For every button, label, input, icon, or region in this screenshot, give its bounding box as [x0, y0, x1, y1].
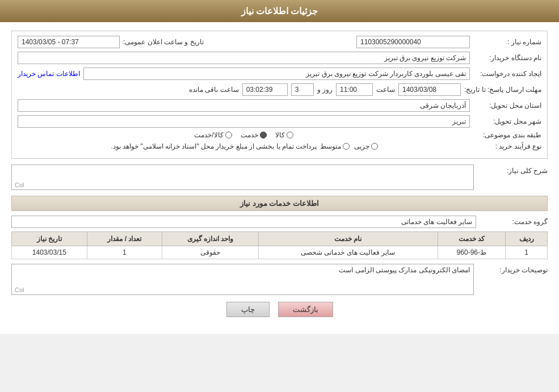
description-value: Col: [11, 165, 474, 190]
requester-value: نقی عیسی بلوردی کاربردار شرکت توزیع نیرو…: [83, 68, 470, 80]
process-label: نوع فرآیند خرید :: [473, 142, 541, 150]
buyer-org-value: شرکت توزیع نیروی برق تبریز: [18, 52, 470, 64]
deadline-date: 1403/03/08: [398, 83, 461, 96]
deadline-time-label: ساعت: [376, 86, 395, 94]
notes-col-indicator: Col: [15, 286, 24, 293]
service-group-value: سایر فعالیت های خدماتی: [11, 216, 476, 228]
contact-link[interactable]: اطلاعات تماس خریدار: [18, 70, 80, 78]
deadline-remaining: 03:02:39: [242, 83, 288, 96]
radio-khedmat[interactable]: [260, 132, 267, 138]
page-wrapper: جزئیات اطلاعات نیاز شماره نیاز : 1103005…: [0, 0, 559, 334]
service-group-label: گروه خدمت:: [480, 218, 548, 226]
process-note: پرداخت تمام یا بخشی از مبلغ خریدار محل "…: [18, 142, 317, 150]
city-value: تبریز: [18, 115, 470, 128]
description-label: شرح کلی نیاز:: [480, 165, 548, 175]
row-province: استان محل تحویل: آذربایجان شرقی: [18, 99, 541, 112]
category-option-kala: کالا: [275, 131, 293, 139]
table-header-row: ردیف کد خدمت نام خدمت واحد اندازه گیری ت…: [12, 232, 548, 246]
category-radio-group: کالا خدمت کالا/خدمت: [18, 131, 470, 139]
city-label: شهر محل تحویل:: [473, 117, 541, 125]
back-button[interactable]: بازگشت: [278, 302, 333, 317]
deadline-days: 3: [291, 83, 314, 96]
process-option-motavasset: متوسط: [320, 142, 350, 150]
process-option-jozi: جزیی: [354, 142, 378, 150]
main-info-section: شماره نیاز : 1103005290000040 تاریخ و سا…: [11, 31, 548, 159]
category-label: طبقه بندی موضوعی:: [473, 131, 541, 139]
content-area: شماره نیاز : 1103005290000040 تاریخ و سا…: [0, 22, 559, 334]
table-row: 1ط-96-960سایر فعالیت های خدماتی شخصیحقوق…: [12, 246, 548, 259]
row-service-group: گروه خدمت: سایر فعالیت های خدماتی: [11, 216, 548, 228]
need-number-label: شماره نیاز :: [473, 38, 541, 46]
bottom-buttons: بازگشت چاپ: [11, 302, 548, 317]
row-need-number: شماره نیاز : 1103005290000040 تاریخ و سا…: [18, 36, 541, 48]
row-category: طبقه بندی موضوعی: کالا خدمت کالا/خدمت: [18, 131, 541, 139]
row-deadline: مهلت ارسال پاسخ: تا تاریخ: 1403/03/08 سا…: [18, 83, 541, 96]
province-label: استان محل تحویل:: [473, 102, 541, 109]
process-jozi-label: جزیی: [354, 142, 369, 150]
col-header-name: نام خدمت: [259, 232, 438, 246]
col-header-code: کد خدمت: [438, 232, 505, 246]
row-process: نوع فرآیند خرید : جزیی متوسط پرداخت تمام…: [18, 142, 541, 150]
service-table: ردیف کد خدمت نام خدمت واحد اندازه گیری ت…: [11, 231, 548, 259]
province-value: آذربایجان شرقی: [18, 99, 470, 112]
page-header: جزئیات اطلاعات نیاز: [0, 0, 559, 22]
buyer-notes-value: امضای الکترونیکی مدارک پیوستی الزامی است…: [11, 264, 474, 295]
category-kala-label: کالا: [275, 131, 285, 139]
row-requester: ایجاد کننده درخواست: نقی عیسی بلوردی کار…: [18, 68, 541, 80]
row-buyer-org: نام دستگاه خریدار: شرکت توزیع نیروی برق …: [18, 52, 541, 64]
col-header-date: تاریخ نیاز: [12, 232, 87, 246]
col-header-row-num: ردیف: [506, 232, 548, 246]
radio-motavasset[interactable]: [343, 143, 350, 150]
description-section: شرح کلی نیاز: Col: [11, 165, 548, 190]
process-motavasset-label: متوسط: [320, 142, 341, 150]
radio-jozi[interactable]: [371, 143, 378, 150]
radio-both[interactable]: [225, 132, 232, 138]
page-title: جزئیات اطلاعات نیاز: [241, 6, 318, 16]
category-option-both: کالا/خدمت: [194, 131, 232, 139]
buyer-notes-section: توصیحات خریدار: امضای الکترونیکی مدارک پ…: [11, 264, 548, 295]
services-section-header: اطلاعات خدمات مورد نیاز: [11, 196, 548, 211]
services-title: اطلاعات خدمات مورد نیاز: [240, 199, 319, 208]
deadline-days-label: روز و: [317, 86, 333, 94]
col-header-qty: تعداد / مقدار: [87, 232, 162, 246]
buyer-notes-text: امضای الکترونیکی مدارک پیوستی الزامی است: [339, 266, 470, 274]
radio-kala[interactable]: [287, 132, 293, 138]
need-number-value: 1103005290000040: [356, 36, 470, 48]
buyer-notes-label: توصیحات خریدار:: [480, 264, 548, 274]
row-city: شهر محل تحویل: تبریز: [18, 115, 541, 128]
deadline-time: 11:00: [336, 83, 373, 96]
col-header-unit: واحد اندازه گیری: [162, 232, 259, 246]
category-option-khedmat: خدمت: [241, 131, 267, 139]
category-khedmat-label: خدمت: [241, 131, 258, 139]
announcement-date-value: 1403/03/05 - 07:37: [18, 36, 120, 48]
deadline-label: مهلت ارسال پاسخ: تا تاریخ:: [464, 86, 541, 94]
announcement-date-label: تاریخ و ساعت اعلان عمومی:: [123, 38, 204, 46]
deadline-remaining-label: ساعت باقی مانده: [189, 86, 239, 94]
process-radio-group: جزیی متوسط: [320, 142, 470, 150]
print-button[interactable]: چاپ: [226, 302, 270, 317]
buyer-org-label: نام دستگاه خریدار:: [473, 54, 541, 62]
category-both-label: کالا/خدمت: [194, 131, 223, 139]
requester-label: ایجاد کننده درخواست:: [473, 70, 541, 78]
